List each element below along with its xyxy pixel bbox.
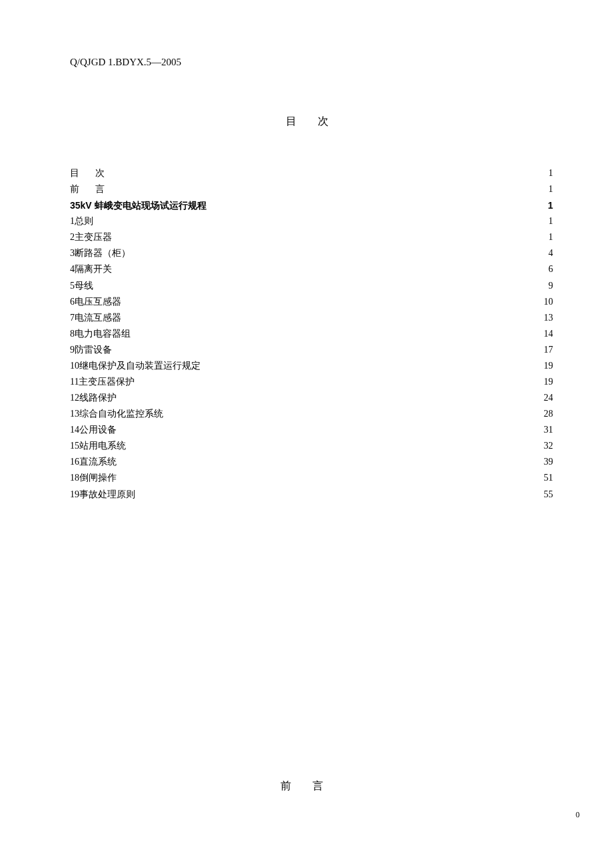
toc-dots bbox=[117, 455, 542, 465]
toc-row: 3 断路器（柜）4 bbox=[70, 245, 553, 261]
toc-entry-prefix: 5 bbox=[70, 278, 75, 294]
toc-entry-page: 1 bbox=[547, 229, 553, 245]
toc-entry-text: 综合自动化监控系统 bbox=[79, 409, 163, 419]
toc-entry-text: 主变压器 bbox=[75, 232, 112, 242]
toc-entry-text: 电力电容器组 bbox=[75, 329, 131, 339]
toc-entry-page: 14 bbox=[542, 326, 553, 342]
toc-dots bbox=[105, 183, 547, 192]
toc-entry-label: 18 倒闸操作 bbox=[70, 470, 117, 486]
toc-entry-page: 1 bbox=[546, 197, 553, 213]
document-page: Q/QJGD 1.BDYX.5—2005 目 次 目次1前言135kV 蚌峨变电… bbox=[0, 0, 613, 529]
toc-entry-page: 9 bbox=[547, 278, 553, 294]
toc-entry-prefix: 19 bbox=[70, 487, 79, 503]
toc-entry-text: 倒闸操作 bbox=[79, 473, 117, 483]
toc-dots bbox=[117, 471, 542, 481]
toc-entry-prefix: 16 bbox=[70, 454, 79, 470]
toc-dots bbox=[131, 327, 542, 337]
toc-row: 13 综合自动化监控系统28 bbox=[70, 406, 553, 422]
toc-entry-text: 电压互感器 bbox=[75, 297, 121, 307]
toc-entry-text: 电流互感器 bbox=[75, 313, 121, 323]
toc-entry-text: 公用设备 bbox=[79, 425, 117, 435]
toc-entry-prefix: 11 bbox=[70, 374, 79, 390]
toc-entry-prefix: 13 bbox=[70, 406, 79, 422]
toc-entry-label: 9 防雷设备 bbox=[70, 342, 112, 358]
toc-row: 35kV 蚌峨变电站现场试运行规程1 bbox=[70, 197, 553, 213]
toc-entry-page: 17 bbox=[542, 342, 553, 358]
toc-dots bbox=[112, 263, 547, 272]
toc-entry-label: 35kV 蚌峨变电站现场试运行规程 bbox=[70, 197, 207, 213]
toc-row: 1 总则1 bbox=[70, 213, 553, 229]
toc-row: 18 倒闸操作51 bbox=[70, 470, 553, 486]
toc-entry-prefix: 12 bbox=[70, 390, 79, 406]
toc-dots bbox=[207, 199, 547, 209]
toc-row: 12 线路保护24 bbox=[70, 390, 553, 406]
toc-entry-page: 32 bbox=[542, 438, 553, 454]
toc-entry-page: 28 bbox=[542, 406, 553, 422]
toc-entry-prefix: 前 bbox=[70, 181, 95, 197]
toc-entry-label: 2 主变压器 bbox=[70, 229, 112, 245]
toc-dots bbox=[117, 391, 542, 401]
toc-entry-label: 前言 bbox=[70, 181, 105, 197]
toc-entry-text: 35kV 蚌峨变电站现场试运行规程 bbox=[70, 200, 207, 211]
toc-entry-page: 1 bbox=[547, 181, 553, 197]
toc-entry-text: 断路器（柜） bbox=[75, 248, 131, 258]
toc-entry-label: 3 断路器（柜） bbox=[70, 245, 131, 261]
toc-dots bbox=[112, 231, 547, 240]
toc-row: 11 主变压器保护19 bbox=[70, 374, 553, 390]
toc-row: 目次1 bbox=[70, 165, 553, 181]
toc-entry-page: 19 bbox=[542, 374, 553, 390]
toc-entry-prefix: 2 bbox=[70, 229, 75, 245]
toc-dots bbox=[201, 359, 542, 369]
page-number: 0 bbox=[576, 810, 580, 820]
toc-row: 9 防雷设备17 bbox=[70, 342, 553, 358]
toc-entry-prefix: 10 bbox=[70, 358, 79, 374]
toc-dots bbox=[126, 439, 542, 449]
toc-entry-label: 8 电力电容器组 bbox=[70, 326, 131, 342]
toc-entry-label: 14 公用设备 bbox=[70, 422, 117, 438]
toc-entry-page: 10 bbox=[542, 294, 553, 310]
toc-entry-prefix: 1 bbox=[70, 213, 75, 229]
toc-entry-text: 防雷设备 bbox=[75, 345, 112, 355]
toc-entry-prefix: 3 bbox=[70, 245, 75, 261]
toc-dots bbox=[121, 311, 542, 321]
toc-entry-page: 1 bbox=[547, 213, 553, 229]
preface-title: 前 言 bbox=[0, 779, 613, 793]
toc-entry-prefix: 8 bbox=[70, 326, 75, 342]
toc-entry-text: 站用电系统 bbox=[79, 441, 126, 451]
toc-title: 目 次 bbox=[70, 115, 553, 129]
toc-dots bbox=[163, 407, 542, 417]
toc-entry-label: 目次 bbox=[70, 165, 105, 181]
toc-entry-text: 主变压器保护 bbox=[79, 377, 135, 387]
toc-row: 4 隔离开关6 bbox=[70, 261, 553, 277]
toc-entry-page: 13 bbox=[542, 310, 553, 326]
toc-entry-text: 直流系统 bbox=[79, 457, 117, 467]
toc-entry-text: 总则 bbox=[75, 216, 93, 226]
header-code: Q/QJGD 1.BDYX.5—2005 bbox=[70, 57, 553, 68]
toc-entry-prefix: 14 bbox=[70, 422, 79, 438]
toc-entry-text: 次 bbox=[95, 168, 105, 178]
toc-entry-prefix: 4 bbox=[70, 261, 75, 277]
toc-row: 5 母线9 bbox=[70, 278, 553, 294]
toc-dots bbox=[93, 279, 547, 289]
toc-entry-label: 13 综合自动化监控系统 bbox=[70, 406, 163, 422]
toc-entry-page: 4 bbox=[547, 245, 553, 261]
toc-row: 2 主变压器1 bbox=[70, 229, 553, 245]
toc-row: 10 继电保护及自动装置运行规定19 bbox=[70, 358, 553, 374]
toc-row: 16 直流系统39 bbox=[70, 454, 553, 470]
toc-entry-page: 19 bbox=[542, 358, 553, 374]
toc-dots bbox=[112, 343, 542, 353]
toc-entry-prefix: 9 bbox=[70, 342, 75, 358]
toc-entry-page: 6 bbox=[547, 261, 553, 277]
toc-dots bbox=[135, 375, 542, 385]
toc-entry-page: 24 bbox=[542, 390, 553, 406]
toc-entry-label: 4 隔离开关 bbox=[70, 261, 112, 277]
toc-dots bbox=[93, 215, 547, 224]
toc-entry-prefix: 15 bbox=[70, 438, 79, 454]
toc-entry-page: 39 bbox=[542, 454, 553, 470]
toc-row: 19 事故处理原则55 bbox=[70, 487, 553, 503]
toc-entry-page: 31 bbox=[542, 422, 553, 438]
toc-row: 14 公用设备31 bbox=[70, 422, 553, 438]
toc-entry-label: 7 电流互感器 bbox=[70, 310, 121, 326]
toc-entry-prefix: 7 bbox=[70, 310, 75, 326]
toc-entry-label: 15 站用电系统 bbox=[70, 438, 126, 454]
